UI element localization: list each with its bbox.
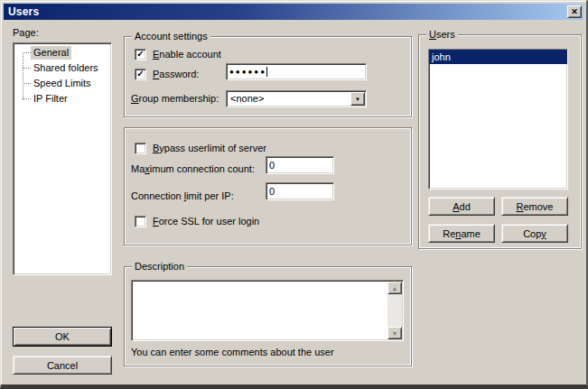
text-caret — [266, 67, 267, 77]
remove-button[interactable]: Remove — [501, 197, 568, 216]
check-icon: ✓ — [135, 68, 145, 79]
dropdown-button[interactable]: ▼ — [350, 92, 365, 106]
tree-item-general[interactable]: General — [15, 45, 109, 60]
description-scrollbar[interactable]: ▲ ▼ — [387, 282, 402, 339]
label-force-ssl: Force SSL for user login — [153, 216, 259, 227]
label-bypass-userlimit: Bypass userlimit of server — [153, 143, 266, 154]
add-button[interactable]: Add — [428, 197, 495, 216]
ok-button[interactable]: OK — [13, 327, 112, 347]
tree-item-ip-filter[interactable]: IP Filter — [15, 91, 109, 107]
scroll-up-icon: ▲ — [392, 285, 398, 292]
check-icon: ✓ — [135, 48, 145, 60]
tree-connector — [23, 52, 31, 53]
password-input[interactable]: ●●●●●● — [226, 63, 367, 80]
label-password: Password: — [153, 69, 199, 80]
group-users-title: Users — [426, 29, 458, 40]
scroll-up-button[interactable]: ▲ — [387, 282, 402, 294]
page-tree: General Shared folders Speed Limits IP F… — [13, 42, 112, 275]
window-title: Users — [4, 5, 39, 18]
tree-connector — [23, 68, 31, 69]
close-button[interactable]: ✕ — [567, 5, 582, 18]
checkbox-bypass-userlimit[interactable]: ✓ — [135, 143, 146, 154]
description-textarea[interactable]: ▲ ▼ — [131, 280, 404, 341]
page-label: Page: — [13, 27, 39, 39]
password-dots: ●●●●●● — [229, 69, 266, 76]
label-group-membership: Group membership: — [131, 93, 219, 105]
tree-item-speed-limits[interactable]: Speed Limits — [15, 76, 109, 91]
users-listbox[interactable]: john — [428, 49, 568, 190]
group-membership-select[interactable]: <none> ▼ — [226, 90, 367, 107]
tree-connector — [23, 83, 31, 84]
group-users: Users john Add Remove Rename Copy — [418, 34, 582, 249]
group-description-title: Description — [132, 261, 187, 272]
scroll-down-icon: ▼ — [392, 330, 398, 337]
cancel-button[interactable]: Cancel — [13, 356, 112, 375]
group-description: Description ▲ ▼ You can enter some comme… — [124, 266, 412, 366]
label-max-connections: Maximum connection count: — [131, 163, 255, 175]
tree-connector — [23, 98, 31, 99]
tree-item-shared-folders[interactable]: Shared folders — [15, 60, 109, 76]
checkbox-enable-account[interactable]: ✓ — [135, 49, 146, 60]
copy-button[interactable]: Copy — [501, 224, 568, 243]
description-hint: You can enter some comments about the us… — [131, 347, 334, 358]
checkbox-password[interactable]: ✓ — [135, 69, 146, 80]
user-item-john[interactable]: john — [429, 50, 567, 64]
scroll-down-button[interactable]: ▼ — [387, 327, 402, 339]
chevron-down-icon: ▼ — [355, 97, 360, 102]
max-connections-input[interactable] — [266, 156, 334, 174]
titlebar[interactable]: Users ✕ — [4, 4, 583, 20]
group-account-settings: Account settings ✓ Enable account ✓ Pass… — [124, 36, 412, 117]
ip-limit-input[interactable] — [266, 182, 334, 200]
rename-button[interactable]: Rename — [428, 224, 495, 243]
label-enable-account: Enable account — [153, 49, 221, 60]
users-dialog: Users ✕ Page: General Shared folders Spe… — [0, 0, 588, 389]
close-icon: ✕ — [571, 8, 578, 16]
checkbox-force-ssl[interactable]: ✓ — [135, 216, 146, 227]
group-connection-limits: ✓ Bypass userlimit of server Maximum con… — [124, 127, 412, 245]
group-membership-value: <none> — [230, 93, 264, 105]
group-account-settings-title: Account settings — [132, 31, 210, 42]
label-ip-limit: Connection limit per IP: — [131, 190, 234, 202]
